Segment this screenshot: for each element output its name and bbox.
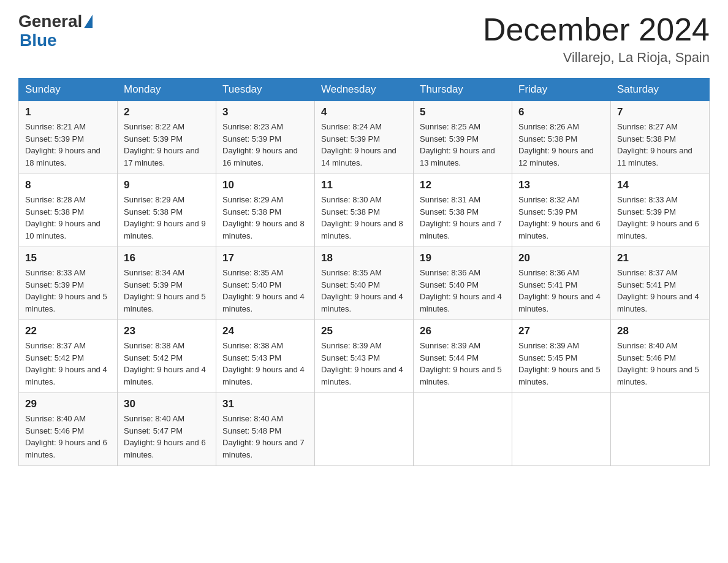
day-number: 14 xyxy=(617,179,703,191)
day-info: Sunrise: 8:38 AMSunset: 5:42 PMDaylight:… xyxy=(124,341,206,386)
day-number: 15 xyxy=(25,252,111,264)
day-info: Sunrise: 8:30 AMSunset: 5:38 PMDaylight:… xyxy=(321,195,403,240)
table-row: 10 Sunrise: 8:29 AMSunset: 5:38 PMDaylig… xyxy=(216,174,315,247)
day-number: 19 xyxy=(420,252,506,264)
calendar-week-row: 22 Sunrise: 8:37 AMSunset: 5:42 PMDaylig… xyxy=(19,320,710,393)
day-number: 2 xyxy=(124,106,210,118)
calendar-header-row: Sunday Monday Tuesday Wednesday Thursday… xyxy=(19,79,710,101)
logo-general-text: General xyxy=(18,12,82,31)
day-number: 3 xyxy=(222,106,308,118)
table-row: 21 Sunrise: 8:37 AMSunset: 5:41 PMDaylig… xyxy=(611,247,710,320)
day-info: Sunrise: 8:38 AMSunset: 5:43 PMDaylight:… xyxy=(222,341,305,386)
day-number: 29 xyxy=(25,398,111,410)
calendar-week-row: 8 Sunrise: 8:28 AMSunset: 5:38 PMDayligh… xyxy=(19,174,710,247)
day-info: Sunrise: 8:22 AMSunset: 5:39 PMDaylight:… xyxy=(124,122,199,167)
col-sunday: Sunday xyxy=(19,79,118,101)
table-row: 11 Sunrise: 8:30 AMSunset: 5:38 PMDaylig… xyxy=(315,174,414,247)
table-row: 23 Sunrise: 8:38 AMSunset: 5:42 PMDaylig… xyxy=(118,320,216,393)
calendar-week-row: 15 Sunrise: 8:33 AMSunset: 5:39 PMDaylig… xyxy=(19,247,710,320)
day-number: 10 xyxy=(222,179,308,191)
logo: General Blue xyxy=(18,12,93,50)
table-row: 12 Sunrise: 8:31 AMSunset: 5:38 PMDaylig… xyxy=(414,174,512,247)
day-number: 30 xyxy=(124,398,210,410)
col-friday: Friday xyxy=(512,79,611,101)
day-number: 9 xyxy=(124,179,210,191)
day-number: 6 xyxy=(518,106,604,118)
table-row: 4 Sunrise: 8:24 AMSunset: 5:39 PMDayligh… xyxy=(315,101,414,174)
day-info: Sunrise: 8:36 AMSunset: 5:40 PMDaylight:… xyxy=(420,268,502,313)
day-info: Sunrise: 8:33 AMSunset: 5:39 PMDaylight:… xyxy=(617,195,699,240)
table-row: 7 Sunrise: 8:27 AMSunset: 5:38 PMDayligh… xyxy=(611,101,710,174)
table-row: 17 Sunrise: 8:35 AMSunset: 5:40 PMDaylig… xyxy=(216,247,315,320)
table-row: 22 Sunrise: 8:37 AMSunset: 5:42 PMDaylig… xyxy=(19,320,118,393)
day-number: 1 xyxy=(25,106,111,118)
day-info: Sunrise: 8:35 AMSunset: 5:40 PMDaylight:… xyxy=(321,268,403,313)
table-row: 1 Sunrise: 8:21 AMSunset: 5:39 PMDayligh… xyxy=(19,101,118,174)
table-row: 6 Sunrise: 8:26 AMSunset: 5:38 PMDayligh… xyxy=(512,101,611,174)
location-subtitle: Villarejo, La Rioja, Spain xyxy=(483,50,710,66)
day-number: 23 xyxy=(124,325,210,337)
day-info: Sunrise: 8:29 AMSunset: 5:38 PMDaylight:… xyxy=(124,195,206,240)
day-number: 31 xyxy=(222,398,308,410)
day-number: 21 xyxy=(617,252,703,264)
day-number: 17 xyxy=(222,252,308,264)
day-number: 8 xyxy=(25,179,111,191)
col-tuesday: Tuesday xyxy=(216,79,315,101)
table-row: 15 Sunrise: 8:33 AMSunset: 5:39 PMDaylig… xyxy=(19,247,118,320)
day-info: Sunrise: 8:40 AMSunset: 5:47 PMDaylight:… xyxy=(124,414,206,459)
day-number: 5 xyxy=(420,106,506,118)
day-info: Sunrise: 8:34 AMSunset: 5:39 PMDaylight:… xyxy=(124,268,206,313)
table-row xyxy=(611,393,710,466)
table-row: 28 Sunrise: 8:40 AMSunset: 5:46 PMDaylig… xyxy=(611,320,710,393)
day-info: Sunrise: 8:39 AMSunset: 5:44 PMDaylight:… xyxy=(420,341,502,386)
table-row: 3 Sunrise: 8:23 AMSunset: 5:39 PMDayligh… xyxy=(216,101,315,174)
table-row: 9 Sunrise: 8:29 AMSunset: 5:38 PMDayligh… xyxy=(118,174,216,247)
day-info: Sunrise: 8:27 AMSunset: 5:38 PMDaylight:… xyxy=(617,122,692,167)
day-number: 4 xyxy=(321,106,407,118)
day-info: Sunrise: 8:39 AMSunset: 5:45 PMDaylight:… xyxy=(518,341,601,386)
day-info: Sunrise: 8:28 AMSunset: 5:38 PMDaylight:… xyxy=(25,195,100,240)
table-row: 30 Sunrise: 8:40 AMSunset: 5:47 PMDaylig… xyxy=(118,393,216,466)
calendar-week-row: 29 Sunrise: 8:40 AMSunset: 5:46 PMDaylig… xyxy=(19,393,710,466)
calendar-table: Sunday Monday Tuesday Wednesday Thursday… xyxy=(18,78,710,466)
day-info: Sunrise: 8:23 AMSunset: 5:39 PMDaylight:… xyxy=(222,122,298,167)
table-row: 31 Sunrise: 8:40 AMSunset: 5:48 PMDaylig… xyxy=(216,393,315,466)
page-header: General Blue December 2024 Villarejo, La… xyxy=(18,12,710,66)
col-wednesday: Wednesday xyxy=(315,79,414,101)
table-row: 20 Sunrise: 8:36 AMSunset: 5:41 PMDaylig… xyxy=(512,247,611,320)
col-monday: Monday xyxy=(118,79,216,101)
day-info: Sunrise: 8:29 AMSunset: 5:38 PMDaylight:… xyxy=(222,195,305,240)
table-row: 8 Sunrise: 8:28 AMSunset: 5:38 PMDayligh… xyxy=(19,174,118,247)
day-number: 13 xyxy=(518,179,604,191)
table-row: 18 Sunrise: 8:35 AMSunset: 5:40 PMDaylig… xyxy=(315,247,414,320)
calendar-week-row: 1 Sunrise: 8:21 AMSunset: 5:39 PMDayligh… xyxy=(19,101,710,174)
table-row: 16 Sunrise: 8:34 AMSunset: 5:39 PMDaylig… xyxy=(118,247,216,320)
day-info: Sunrise: 8:40 AMSunset: 5:48 PMDaylight:… xyxy=(222,414,305,459)
logo-triangle-icon xyxy=(84,15,93,28)
table-row: 29 Sunrise: 8:40 AMSunset: 5:46 PMDaylig… xyxy=(19,393,118,466)
title-block: December 2024 Villarejo, La Rioja, Spain xyxy=(483,12,710,66)
col-thursday: Thursday xyxy=(414,79,512,101)
table-row xyxy=(512,393,611,466)
table-row: 19 Sunrise: 8:36 AMSunset: 5:40 PMDaylig… xyxy=(414,247,512,320)
table-row: 24 Sunrise: 8:38 AMSunset: 5:43 PMDaylig… xyxy=(216,320,315,393)
table-row: 5 Sunrise: 8:25 AMSunset: 5:39 PMDayligh… xyxy=(414,101,512,174)
table-row xyxy=(414,393,512,466)
day-number: 24 xyxy=(222,325,308,337)
day-number: 20 xyxy=(518,252,604,264)
day-info: Sunrise: 8:36 AMSunset: 5:41 PMDaylight:… xyxy=(518,268,601,313)
day-info: Sunrise: 8:32 AMSunset: 5:39 PMDaylight:… xyxy=(518,195,601,240)
day-info: Sunrise: 8:31 AMSunset: 5:38 PMDaylight:… xyxy=(420,195,502,240)
day-number: 22 xyxy=(25,325,111,337)
table-row: 14 Sunrise: 8:33 AMSunset: 5:39 PMDaylig… xyxy=(611,174,710,247)
day-number: 7 xyxy=(617,106,703,118)
day-info: Sunrise: 8:37 AMSunset: 5:42 PMDaylight:… xyxy=(25,341,107,386)
day-number: 27 xyxy=(518,325,604,337)
day-info: Sunrise: 8:24 AMSunset: 5:39 PMDaylight:… xyxy=(321,122,396,167)
table-row: 26 Sunrise: 8:39 AMSunset: 5:44 PMDaylig… xyxy=(414,320,512,393)
day-info: Sunrise: 8:39 AMSunset: 5:43 PMDaylight:… xyxy=(321,341,403,386)
day-number: 16 xyxy=(124,252,210,264)
day-number: 28 xyxy=(617,325,703,337)
day-info: Sunrise: 8:25 AMSunset: 5:39 PMDaylight:… xyxy=(420,122,495,167)
day-number: 18 xyxy=(321,252,407,264)
